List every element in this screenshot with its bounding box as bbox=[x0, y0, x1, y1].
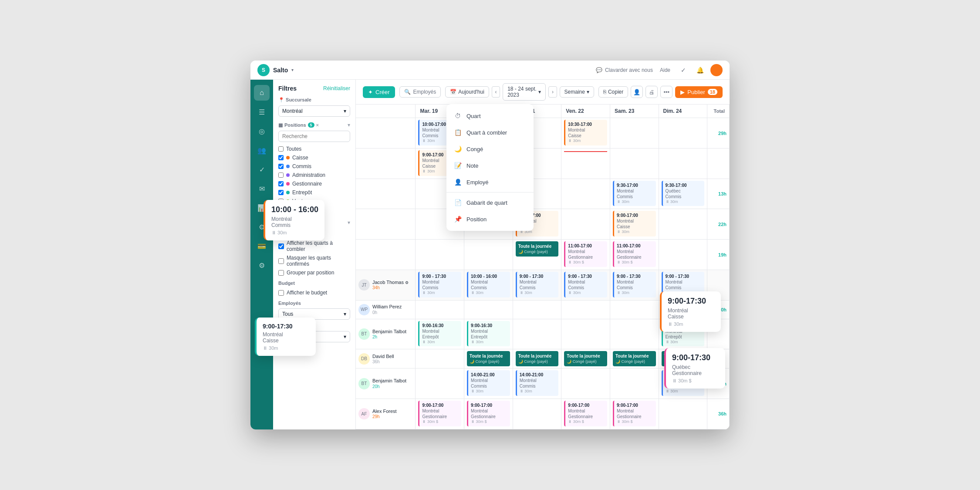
position-gestionnaire-checkbox[interactable] bbox=[278, 181, 284, 186]
quarts-masquer[interactable]: Masquer les quarts confirmés bbox=[278, 253, 350, 268]
dropdown-item-employe[interactable]: 👤 Employé bbox=[446, 174, 534, 190]
shift-card[interactable]: 9:00 - 17:30 Montréal Commis ⏸ 30m bbox=[418, 272, 461, 297]
sidebar-icon-home[interactable]: ⌂ bbox=[254, 85, 270, 101]
conge-card-david-sam[interactable]: Toute la journée 🌙 Congé (payé) bbox=[613, 351, 656, 366]
shift-cell[interactable]: 11:00-17:00 Montréal Gestionnaire ⏸ 30m … bbox=[610, 240, 659, 270]
shift-card[interactable]: 9:00-17:00 Montréal Gestionnaire ⏸ 30m $ bbox=[613, 401, 656, 426]
conge-card-david-ven[interactable]: Toute la journée 🌙 Congé (payé) bbox=[564, 351, 607, 366]
shift-cell-empty[interactable] bbox=[610, 118, 659, 149]
shift-card[interactable]: 10:30-17:00 Montréal Caisse ⏸ 30m bbox=[564, 120, 607, 145]
app-dropdown-arrow[interactable]: ▾ bbox=[291, 68, 294, 72]
shift-card[interactable]: 11:00-17:00 Montréal Gestionnaire ⏸ 30m … bbox=[613, 241, 656, 267]
shift-card[interactable]: 14:00-21:00 Montréal Commis ⏸ 30m bbox=[516, 370, 559, 396]
position-caisse[interactable]: Caisse bbox=[278, 153, 350, 162]
more-icon-btn[interactable]: ••• bbox=[660, 86, 672, 98]
shift-card[interactable]: 9:00-17:00 Montréal Gestionnaire ⏸ 30m $ bbox=[418, 401, 461, 426]
sidebar-icon-message[interactable]: ✉ bbox=[254, 181, 270, 196]
shift-cell[interactable]: 9:00-17:00 Montréal Gestionnaire ⏸ 30m $ bbox=[464, 399, 513, 429]
shift-card[interactable]: 9:00 - 17:30 Montréal Commis ⏸ 30m bbox=[516, 272, 559, 297]
dropdown-item-gabarit[interactable]: 📄 Gabarit de quart bbox=[446, 194, 534, 211]
succursale-dropdown[interactable]: Montréal ▾ bbox=[278, 105, 350, 117]
position-gestionnaire[interactable]: Gestionnaire bbox=[278, 179, 350, 188]
position-commis-checkbox[interactable] bbox=[278, 164, 284, 169]
date-range-display[interactable]: 18 - 24 sept. 2023 ▾ bbox=[503, 83, 546, 101]
close-icon[interactable]: × bbox=[316, 122, 319, 128]
sidebar-icon-settings[interactable]: ⚙ bbox=[254, 257, 270, 273]
position-commis[interactable]: Commis bbox=[278, 162, 350, 171]
copier-button[interactable]: ⎘ Copier bbox=[598, 86, 628, 98]
shift-cell[interactable]: 9:00 - 17:30 Montréal Commis ⏸ 30m bbox=[416, 270, 464, 300]
shift-card[interactable]: 9:30-17:00 Québec Commis ⏸ 30m bbox=[662, 181, 705, 206]
filter-reset[interactable]: Réinitialiser bbox=[323, 85, 350, 91]
quarts-grouper[interactable]: Grouper par position bbox=[278, 268, 350, 277]
semaine-dropdown[interactable]: Semaine ▾ bbox=[560, 86, 594, 98]
shift-cell[interactable]: 14:00-21:00 Montréal Commis ⏸ 30m bbox=[464, 368, 513, 399]
sidebar-icon-check[interactable]: ✓ bbox=[254, 162, 270, 177]
shift-cell[interactable]: 10:30-17:00 Montréal Caisse ⏸ 30m bbox=[561, 118, 610, 149]
chevron-down-affichage[interactable]: ▾ bbox=[348, 220, 350, 226]
print-icon-btn[interactable]: 🖨 bbox=[645, 86, 658, 98]
chevron-down-icon[interactable]: ▾ bbox=[348, 122, 350, 128]
position-entrepot[interactable]: Entrepôt bbox=[278, 188, 350, 197]
conge-cell[interactable]: Toute la journée 🌙 Congé (payé) bbox=[561, 349, 610, 368]
quarts-masquer-checkbox[interactable] bbox=[278, 258, 284, 264]
publish-button[interactable]: ▶ Publier 18 bbox=[675, 86, 723, 98]
shift-cell[interactable]: 9:00 - 17:30 Montréal Commis ⏸ 30m bbox=[610, 270, 659, 300]
shift-card[interactable]: 9:00-16:30 Montréal Entrepôt ⏸ 30m bbox=[418, 321, 461, 347]
dropdown-item-position[interactable]: 📌 Position bbox=[446, 211, 534, 227]
position-entrepot-checkbox[interactable] bbox=[278, 190, 284, 195]
sidebar-icon-card[interactable]: 💳 bbox=[254, 238, 270, 254]
dropdown-item-quart-combler[interactable]: 📋 Quart à combler bbox=[446, 124, 534, 141]
conge-cell[interactable]: Toute la journée 🌙 Congé (payé) bbox=[513, 349, 561, 368]
shift-cell[interactable]: 10:00 - 16:00 Montréal Commis ⏸ 30m bbox=[464, 270, 513, 300]
shift-card[interactable]: 11:00-17:00 Montréal Gestionnaire ⏸ 30m … bbox=[564, 241, 607, 267]
shift-cell[interactable]: 9:00-16:30 Montréal Entrepôt ⏸ 30m bbox=[464, 319, 513, 349]
dropdown-item-conge[interactable]: 🌙 Congé bbox=[446, 141, 534, 157]
position-administration-checkbox[interactable] bbox=[278, 172, 284, 178]
shift-card[interactable]: 9:00 - 17:30 Montréal Commis ⏸ 30m bbox=[613, 272, 656, 297]
prev-week-button[interactable]: ‹ bbox=[492, 86, 500, 98]
shift-cell[interactable]: 11:00-17:00 Montréal Gestionnaire ⏸ 30m … bbox=[561, 240, 610, 270]
shift-cell[interactable]: 9:00-16:30 Montréal Entrepôt ⏸ 30m bbox=[416, 319, 464, 349]
shift-cell[interactable]: 14:00-21:00 Montréal Commis ⏸ 30m bbox=[513, 368, 561, 399]
shift-cell[interactable]: 9:00-17:00 Montréal Caisse ⏸ 30m bbox=[610, 209, 659, 240]
position-toutes-checkbox[interactable] bbox=[278, 146, 284, 152]
create-button[interactable]: ✦ Créer bbox=[363, 86, 395, 98]
shift-cell[interactable]: 9:00 - 17:30 Montréal Commis ⏸ 30m bbox=[513, 270, 561, 300]
shift-cell[interactable]: 9:00-17:00 Montréal Gestionnaire ⏸ 30m $ bbox=[561, 399, 610, 429]
shift-card[interactable]: 9:00-17:00 Montréal Caisse ⏸ 30m bbox=[613, 211, 656, 237]
position-caisse-checkbox[interactable] bbox=[278, 155, 284, 160]
shift-cell[interactable]: 9:00-17:00 Montréal Gestionnaire ⏸ 30m $ bbox=[416, 399, 464, 429]
budget-afficher[interactable]: Afficher le budget bbox=[278, 288, 350, 297]
shift-card[interactable]: 9:00-17:00 Montréal Gestionnaire ⏸ 30m $ bbox=[467, 401, 510, 426]
sidebar-icon-people[interactable]: 👥 bbox=[254, 142, 270, 158]
chat-button[interactable]: 💬 Clavarder avec nous bbox=[596, 67, 653, 73]
quarts-combler-checkbox[interactable] bbox=[278, 243, 284, 249]
shift-card[interactable]: 9:00-17:00 Montréal Gestionnaire ⏸ 30m $ bbox=[564, 401, 607, 426]
shift-cell-empty[interactable] bbox=[659, 118, 707, 149]
shift-card[interactable]: 9:00-16:30 Montréal Entrepôt ⏸ 30m bbox=[467, 321, 510, 347]
conge-card-david-mer[interactable]: Toute la journée 🌙 Congé (payé) bbox=[467, 351, 510, 366]
bell-icon-btn[interactable]: 🔔 bbox=[694, 64, 706, 76]
check-icon-btn[interactable]: ✓ bbox=[677, 64, 689, 76]
user-avatar[interactable] bbox=[710, 64, 723, 76]
position-administration[interactable]: Administration bbox=[278, 171, 350, 179]
shift-card[interactable]: 10:00 - 16:00 Montréal Commis ⏸ 30m bbox=[467, 272, 510, 297]
budget-afficher-checkbox[interactable] bbox=[278, 290, 284, 296]
shift-cell[interactable]: 9:30-17:00 Montréal Commis ⏸ 30m bbox=[610, 179, 659, 209]
positions-search-input[interactable] bbox=[278, 131, 350, 142]
user-icon-btn[interactable]: 👤 bbox=[631, 86, 643, 98]
dropdown-item-note[interactable]: 📝 Note bbox=[446, 157, 534, 174]
today-button[interactable]: 📅 Aujourd'hui bbox=[445, 86, 489, 98]
help-link[interactable]: Aide bbox=[660, 67, 670, 73]
employees-filter-btn[interactable]: 🔍 Employés bbox=[399, 86, 441, 98]
quarts-combler[interactable]: Afficher les quarts à combler bbox=[278, 239, 350, 253]
position-toutes[interactable]: Toutes bbox=[278, 145, 350, 153]
shift-card[interactable]: 9:00 - 17:30 Montréal Commis ⏸ 30m bbox=[564, 272, 607, 297]
next-week-button[interactable]: › bbox=[548, 86, 557, 98]
sidebar-icon-target[interactable]: ◎ bbox=[254, 123, 270, 139]
conge-card[interactable]: Toute la journée 🌙 Congé (payé) bbox=[516, 241, 559, 257]
shift-cell[interactable]: 9:00-17:00 Montréal Gestionnaire ⏸ 30m $ bbox=[610, 399, 659, 429]
shift-card[interactable]: 14:00-21:00 Montréal Commis ⏸ 30m bbox=[467, 370, 510, 396]
shift-card[interactable]: 9:30-17:00 Montréal Commis ⏸ 30m bbox=[613, 181, 656, 206]
